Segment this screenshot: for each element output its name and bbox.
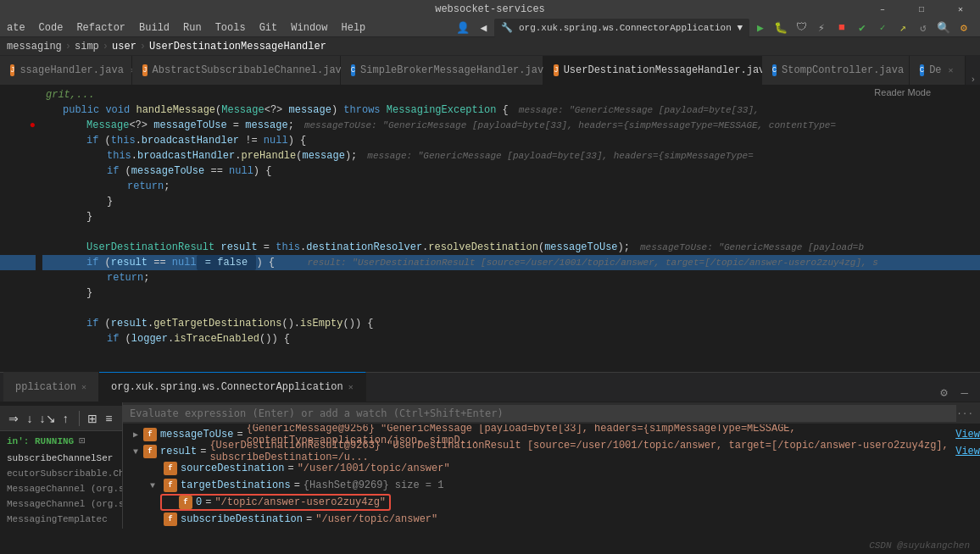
git-history[interactable]: ↺ — [914, 19, 933, 37]
tab-userdestination-active[interactable]: J UserDestinationMessageHandler.java ✕ — [543, 56, 761, 85]
debug-variables-list: ▶ f messageToUse = {GenericMessage@9256}… — [123, 424, 980, 529]
debug-tool-more[interactable]: ≡ — [103, 409, 115, 428]
debug-tool-stepinto[interactable]: ↓↘ — [40, 409, 56, 428]
debug-tab-app-close[interactable]: ✕ — [81, 382, 86, 392]
var-icon-result: f — [143, 445, 157, 458]
debug-running-label: in': RUNNING — [7, 436, 74, 446]
breadcrumb-messaging[interactable]: messaging — [7, 41, 62, 53]
find-action[interactable]: 🔍 — [934, 19, 953, 37]
tab-label-1: ssageHandler.java — [19, 64, 123, 76]
reader-mode-button[interactable]: Reader Mode — [867, 86, 938, 99]
tab-label-6: De — [929, 64, 941, 76]
var-link-messagetouse[interactable]: View — [955, 429, 980, 440]
menu-item-code[interactable]: Code — [32, 19, 70, 37]
breadcrumb-handler[interactable]: UserDestinationMessageHandler — [149, 41, 326, 53]
debug-tab-connector[interactable]: org.xuk.spring.ws.ConnectorApplication ✕ — [99, 372, 366, 402]
debug-expression-input[interactable] — [123, 405, 956, 422]
debug-left-item-0[interactable]: subscribeChannelSer — [0, 451, 122, 466]
menu-item-git[interactable]: Git — [253, 19, 285, 37]
breadcrumb-bar: messaging › simp › user › UserDestinatio… — [0, 37, 980, 56]
tab-de[interactable]: C De ✕ — [910, 56, 966, 85]
tab-simplebroker[interactable]: C SimpleBrokerMessageHandler.java ✕ — [341, 56, 544, 85]
code-line-close-3: } — [42, 285, 980, 301]
editor-area: ● grit,... public void handleMessage ( M… — [0, 86, 980, 372]
title-bar: websocket-services – □ ✕ — [0, 0, 980, 19]
var-value-targetdests: {HashSet@9269} size = 1 — [303, 479, 444, 491]
var-link-result[interactable]: View — [955, 446, 980, 457]
debug-panel-tabs: pplication ✕ org.xuk.spring.ws.Connector… — [0, 373, 980, 402]
var-name-sourcedest: sourceDestination — [181, 463, 284, 474]
var-value-sourcedest: "/user/1001/topic/answer" — [298, 463, 450, 474]
debug-tool-stepout[interactable]: ↑ — [59, 409, 72, 428]
menu-item-run[interactable]: Run — [176, 19, 209, 37]
minimize-button[interactable]: – — [863, 0, 902, 19]
menu-item-help[interactable]: Help — [335, 19, 373, 37]
tabs-overflow-btn[interactable]: › — [966, 75, 980, 85]
menu-item-build[interactable]: Build — [132, 19, 176, 37]
back-icon[interactable]: ◀ — [474, 19, 493, 37]
debug-tab-connector-close[interactable]: ✕ — [348, 382, 354, 392]
code-line-empty-1 — [42, 224, 980, 240]
breadcrumb-user[interactable]: user — [112, 41, 136, 53]
profile-button[interactable]: ⚡ — [812, 19, 831, 37]
tab-abstractsubscribable[interactable]: J AbstractSubscribableChannel.java ✕ — [132, 56, 341, 85]
var-expand-sourcedest: ▶ — [150, 463, 164, 474]
var-name-subscribedest: subscribeDestination — [181, 513, 303, 525]
git-push[interactable]: ↗ — [894, 19, 912, 37]
coverage-button[interactable]: 🛡 — [792, 19, 810, 37]
notifications[interactable]: ⚙ — [955, 19, 973, 37]
close-button[interactable]: ✕ — [941, 0, 980, 19]
var-row-target-0[interactable]: ▶ f 0 = "/topic/answer-usero2zuy4zg" — [123, 494, 980, 511]
stop-button[interactable]: ■ — [832, 19, 851, 37]
menu-item-window[interactable]: Window — [284, 19, 334, 37]
var-expand-target-0: ▶ — [165, 497, 179, 507]
var-expand-messagetouse[interactable]: ▶ — [130, 429, 143, 440]
tab-ssagehandler[interactable]: J ssageHandler.java ✕ — [0, 56, 132, 85]
vcs-icon[interactable]: 👤 — [454, 19, 472, 37]
editor-tabs: J ssageHandler.java ✕ J AbstractSubscrib… — [0, 56, 980, 86]
debug-tab-app-label: pplication — [15, 381, 76, 393]
debug-tool-frames[interactable]: ⊞ — [86, 409, 98, 428]
var-expand-targetdests[interactable]: ▼ — [150, 481, 164, 490]
run-button[interactable]: ▶ — [751, 19, 770, 37]
maximize-button[interactable]: □ — [902, 0, 941, 19]
breadcrumb-sep-1: › — [65, 41, 71, 53]
debug-run-button[interactable]: 🐛 — [771, 19, 790, 37]
var-icon-subscribedest: f — [164, 512, 177, 526]
debug-tool-resume[interactable]: ⇒ — [7, 409, 19, 428]
debug-tab-app[interactable]: pplication ✕ — [3, 372, 99, 402]
menu-item-refactor[interactable]: Refactor — [70, 19, 132, 37]
menu-item-tools[interactable]: Tools — [209, 19, 253, 37]
debug-left-item-2[interactable]: MessageChannel (org.s — [0, 481, 122, 496]
menu-item-file[interactable]: ate — [0, 19, 32, 37]
bookmark-button[interactable]: ✔ — [853, 19, 871, 37]
debug-left-item-4[interactable]: MessagingTemplatec — [0, 512, 122, 527]
var-row-result[interactable]: ▼ f result = {UserDestinationResult@9263… — [123, 443, 980, 460]
git-update[interactable]: ✓ — [873, 19, 892, 37]
debug-left-toolbar: ⇒ ↓ ↓↘ ↑ ⊞ ≡ — [0, 406, 122, 431]
var-row-subscribedest[interactable]: ▶ f subscribeDestination = "/user/topic/… — [123, 511, 980, 528]
tab-label-2: AbstractSubscribableChannel.java — [153, 64, 348, 76]
breadcrumb-simp[interactable]: simp — [75, 41, 99, 53]
tab-stompcontroller[interactable]: C StompController.java ✕ — [762, 56, 910, 85]
debug-left-sidebar: ⇒ ↓ ↓↘ ↑ ⊞ ≡ in': RUNNING ⊡ subscribeCha… — [0, 402, 123, 529]
debug-tool-stepover[interactable]: ↓ — [23, 409, 36, 428]
tab-icon-6: C — [920, 64, 924, 76]
debug-left-item-3[interactable]: MessageChannel (org.s — [0, 496, 122, 512]
var-row-targetdests[interactable]: ▼ f targetDestinations = {HashSet@9269} … — [123, 477, 980, 494]
debug-settings-icon[interactable]: ⚙ — [935, 384, 952, 402]
tab-icon-4: J — [554, 64, 558, 76]
debug-tab-connector-label: org.xuk.spring.ws.ConnectorApplication — [111, 381, 343, 393]
code-line-isTrace: if ( logger . isTraceEnabled ()) { — [42, 331, 980, 346]
debug-left-item-1[interactable]: ecutorSubscribable.Cha — [0, 466, 122, 481]
var-expand-result[interactable]: ▼ — [130, 447, 143, 457]
code-line-prehandle: this . broadcastHandler . preHandle ( me… — [42, 148, 980, 163]
debug-expand-icon[interactable]: — — [956, 385, 973, 402]
debug-tool-sep-1 — [79, 411, 80, 426]
var-icon-targetdests: f — [164, 479, 177, 492]
run-config-dropdown[interactable]: 🔧 org.xuk.spring.ws.ConnectorApplication… — [494, 19, 749, 37]
breadcrumb-sep-2: › — [103, 41, 109, 53]
debug-filter-btn[interactable]: ⊡ — [79, 435, 85, 447]
tab-close-6[interactable]: ✕ — [947, 64, 955, 76]
debug-main-area: ⇒ ↓ ↓↘ ↑ ⊞ ≡ in': RUNNING ⊡ subscribeCha… — [0, 402, 980, 529]
